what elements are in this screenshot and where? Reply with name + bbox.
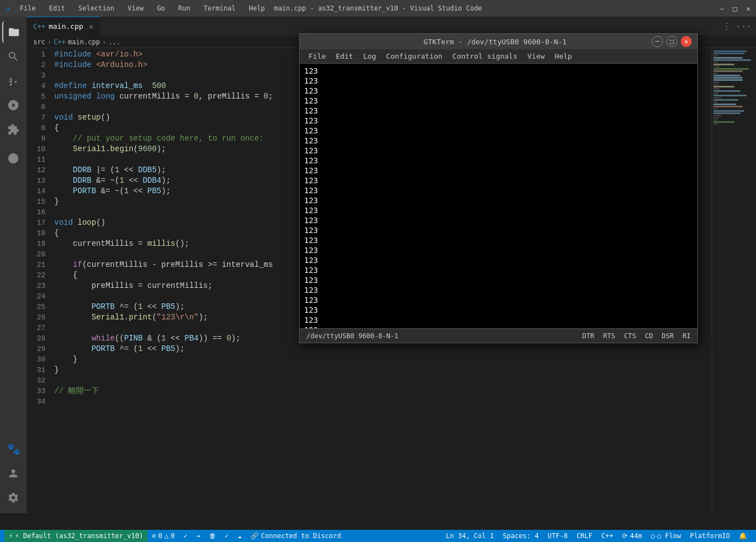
status-position[interactable]: Ln 34, Col 1 — [441, 530, 498, 542]
term-line-24: 123 — [304, 295, 693, 305]
flow-icon: ○ — [651, 532, 655, 540]
split-editor-icon[interactable]: ⋮ — [722, 21, 731, 32]
gtkterm-statusbar: /dev/ttyUSB0 9600-8-N-1 DTR RTS CTS CD D… — [300, 328, 697, 343]
breadcrumb-ellipsis[interactable]: ... — [109, 38, 121, 46]
gtkterm-menubar: File Edit Log Configuration Control sign… — [300, 49, 697, 64]
gtkterm-window[interactable]: GTKTerm - /dev/ttyUSB0 9600-8-N-1 ─ □ ✕ … — [299, 33, 698, 343]
sync-label: 44m — [630, 532, 642, 540]
term-line-20: 123 — [304, 255, 693, 265]
gtkterm-menu-control-signals[interactable]: Control signals — [448, 51, 522, 61]
line-ending-label: CRLF — [577, 532, 593, 540]
more-actions-icon[interactable]: ··· — [736, 21, 752, 32]
term-line-13: 123 — [304, 185, 693, 195]
status-trash[interactable]: 🗑 — [205, 530, 220, 542]
term-line-11: 123 — [304, 166, 693, 175]
status-errors[interactable]: ⊘ 0 △ 0 — [147, 530, 179, 542]
win-close[interactable]: ✕ — [746, 4, 750, 13]
gtkterm-titlebar: GTKTerm - /dev/ttyUSB0 9600-8-N-1 ─ □ ✕ — [300, 34, 697, 49]
activity-account[interactable] — [2, 462, 24, 484]
term-line-14: 123 — [304, 195, 693, 205]
config-icon: ☁ — [238, 532, 241, 540]
win-minimize[interactable]: — — [720, 4, 724, 13]
term-line-19: 123 — [304, 245, 693, 255]
gtkterm-menu-view[interactable]: View — [523, 51, 549, 61]
activity-source-control[interactable] — [2, 70, 24, 92]
tab-main-cpp[interactable]: C++ main.cpp × — [27, 17, 101, 35]
status-remote-branch[interactable]: ⚡ ⚡ Default (as32_transmitter_v10) — [4, 530, 147, 542]
gtkterm-title: GTKTerm - /dev/ttyUSB0 9600-8-N-1 — [338, 38, 652, 46]
breadcrumb-file[interactable]: main.cpp — [68, 38, 100, 46]
gtkterm-menu-file[interactable]: File — [304, 51, 330, 61]
activity-pet[interactable]: 🐾 — [2, 438, 24, 460]
status-encoding[interactable]: UTF-8 — [543, 530, 572, 542]
gtkterm-minimize-button[interactable]: ─ — [652, 36, 663, 47]
status-platformio[interactable]: PlatformIO — [686, 530, 734, 542]
warning-count: 0 — [171, 532, 174, 540]
activity-run[interactable] — [2, 94, 24, 116]
encoding-label: UTF-8 — [548, 532, 568, 540]
gtkterm-ri: RI — [683, 332, 691, 340]
code-line-34 — [54, 396, 712, 407]
gtkterm-close-button[interactable]: ✕ — [681, 36, 692, 47]
activity-settings[interactable] — [2, 487, 24, 509]
menu-help[interactable]: Help — [244, 2, 269, 14]
status-flow[interactable]: ○ ○ Flow — [646, 530, 686, 542]
activity-platformio[interactable] — [2, 147, 24, 169]
statusbar: ⚡ ⚡ Default (as32_transmitter_v10) ⊘ 0 △… — [0, 530, 756, 542]
win-maximize[interactable]: □ — [733, 4, 737, 13]
breadcrumb-src[interactable]: src — [33, 38, 45, 46]
menu-run[interactable]: Run — [174, 2, 195, 14]
position-label: Ln 34, Col 1 — [446, 532, 494, 540]
status-spaces[interactable]: Spaces: 4 — [498, 530, 543, 542]
gtkterm-connection-info: /dev/ttyUSB0 9600-8-N-1 — [306, 332, 398, 340]
status-arrow[interactable]: → — [192, 530, 205, 542]
titlebar: ⚡ File Edit Selection View Go Run Termin… — [0, 0, 756, 17]
gtkterm-menu-help[interactable]: Help — [551, 51, 577, 61]
status-notification[interactable]: 🔔 — [734, 530, 752, 542]
remote-icon: ⚡ — [9, 532, 13, 540]
gtkterm-terminal[interactable]: 123 123 123 123 123 123 123 123 123 123 … — [300, 64, 697, 328]
cpp-file-icon: C++ — [33, 23, 45, 30]
status-line-ending[interactable]: CRLF — [572, 530, 597, 542]
tab-label: main.cpp — [49, 22, 84, 30]
code-line-29: PORTB ^= (1 << PB5); — [54, 344, 712, 354]
term-line-3: 123 — [304, 86, 693, 96]
menu-edit[interactable]: Edit — [45, 2, 70, 14]
status-discord[interactable]: 🔗 Connected to Discord — [246, 530, 346, 542]
gtkterm-menu-log[interactable]: Log — [359, 51, 380, 61]
activity-bottom-group: 🐾 — [2, 438, 24, 509]
term-line-7: 123 — [304, 126, 693, 136]
term-line-8: 123 — [304, 136, 693, 146]
term-line-10: 123 — [304, 156, 693, 166]
gtkterm-menu-configuration[interactable]: Configuration — [382, 51, 447, 61]
line-numbers: 1 2 3 4 5 6 7 8 9 10 11 12 13 14 15 16 1… — [27, 48, 50, 513]
error-count: 0 — [158, 532, 162, 540]
gtkterm-maximize-button[interactable]: □ — [666, 36, 677, 47]
status-language[interactable]: C++ — [597, 530, 618, 542]
activity-search[interactable] — [2, 45, 24, 68]
warning-icon: △ — [164, 532, 168, 540]
language-label: C++ — [601, 532, 614, 540]
menu-view[interactable]: View — [123, 2, 148, 14]
status-check[interactable]: ✓ — [179, 530, 192, 542]
gtkterm-menu-edit[interactable]: Edit — [331, 51, 357, 61]
menu-go[interactable]: Go — [152, 2, 169, 14]
arrow-icon: → — [197, 532, 200, 540]
vscode-logo: ⚡ — [6, 3, 11, 14]
status-config[interactable]: ☁ — [233, 530, 246, 542]
discord-icon: 🔗 — [250, 532, 259, 540]
term-line-18: 123 — [304, 235, 693, 245]
code-line-31: } — [54, 365, 712, 375]
status-sync[interactable]: ⟳ 44m — [618, 530, 646, 542]
menu-selection[interactable]: Selection — [74, 2, 119, 14]
tab-close-button[interactable]: × — [89, 22, 93, 31]
code-line-30: } — [54, 354, 712, 365]
term-line-12: 123 — [304, 175, 693, 185]
status-bell[interactable]: ✓ — [220, 530, 233, 542]
menu-terminal[interactable]: Terminal — [199, 2, 240, 14]
spaces-label: Spaces: 4 — [503, 532, 539, 540]
activity-extensions[interactable] — [2, 118, 24, 141]
menu-file[interactable]: File — [16, 2, 40, 14]
term-line-26: 123 — [304, 315, 693, 325]
activity-explorer[interactable] — [2, 21, 24, 43]
